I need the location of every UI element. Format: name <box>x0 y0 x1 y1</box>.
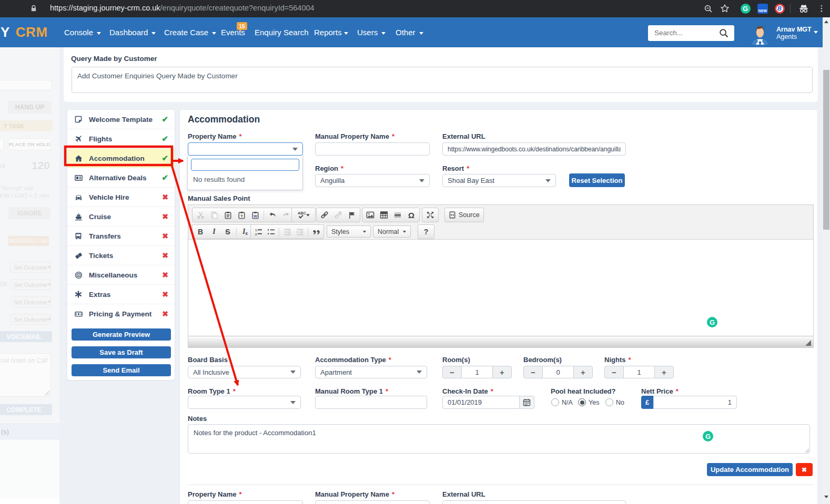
url-text[interactable]: https://staging.journey-crm.co.uk/enquir… <box>50 4 315 12</box>
red-extension-icon[interactable]: B <box>773 2 786 15</box>
radio-selected-icon[interactable] <box>578 398 586 406</box>
pool-heat-option-na[interactable]: N/A <box>551 398 573 406</box>
rooms-plus-button[interactable]: + <box>492 366 512 378</box>
unlink-icon[interactable] <box>331 209 345 221</box>
nights-plus-button[interactable]: + <box>654 366 674 378</box>
menu-item-accommodation[interactable]: Accommodation ✔ <box>67 149 175 168</box>
pool-heat-option-no[interactable]: No <box>605 398 624 406</box>
nav-console[interactable]: Console <box>64 17 101 47</box>
scrollbar-thumb[interactable] <box>823 70 829 230</box>
zoom-icon[interactable] <box>702 2 714 15</box>
bedrooms-plus-button[interactable]: + <box>573 366 593 378</box>
paste-word-icon[interactable]: W <box>248 209 262 221</box>
next-property-name-select[interactable] <box>188 500 303 504</box>
menu-item-pricing-payment[interactable]: Pricing & Payment ✖ <box>67 304 175 323</box>
blockquote-icon[interactable] <box>310 225 322 238</box>
menu-item-alternative-deals[interactable]: Alternative Deals ✔ <box>67 168 175 188</box>
menu-item-vehicle-hire[interactable]: Vehicle Hire ✖ <box>67 188 175 207</box>
nights-minus-button[interactable]: − <box>604 366 624 378</box>
nav-users[interactable]: Users <box>357 17 386 47</box>
room-type-select[interactable] <box>188 396 301 409</box>
dropdown-search-input[interactable] <box>191 159 299 171</box>
horizontal-rule-icon[interactable] <box>391 209 404 221</box>
menu-item-cruise[interactable]: Cruise ✖ <box>67 207 175 227</box>
rooms-minus-button[interactable]: − <box>442 366 462 378</box>
search-input[interactable] <box>653 25 714 40</box>
menu-item-extras[interactable]: Extras ✖ <box>67 285 175 304</box>
copy-icon[interactable] <box>207 209 221 221</box>
maximize-icon[interactable] <box>423 209 437 221</box>
outdent-icon[interactable] <box>281 225 293 238</box>
bullet-list-icon[interactable] <box>265 225 277 238</box>
nav-other[interactable]: Other <box>396 17 423 47</box>
menu-item-welcome-template[interactable]: Welcome Template ✔ <box>67 110 175 129</box>
editor-content[interactable]: G <box>188 240 813 336</box>
link-icon[interactable] <box>318 209 331 221</box>
manual-property-name-input[interactable] <box>315 142 430 156</box>
generate-preview-button[interactable]: Generate Preview <box>72 328 171 341</box>
editor-resize-icon[interactable] <box>805 340 811 346</box>
nav-create-case[interactable]: Create Case <box>164 17 216 47</box>
radio-icon[interactable] <box>551 398 559 406</box>
special-char-icon[interactable]: Ω <box>404 209 418 221</box>
accommodation-type-select[interactable]: Apartment <box>315 366 427 378</box>
app-logo[interactable]: YCRM <box>1 17 48 47</box>
region-select[interactable]: Anguilla <box>315 174 430 187</box>
reset-selection-button[interactable]: Reset Selection <box>569 173 625 187</box>
user-menu[interactable]: Arnav MGT Agents <box>776 26 812 40</box>
user-menu-caret-icon[interactable] <box>814 31 818 34</box>
italic-icon[interactable]: I <box>207 225 221 238</box>
paste-text-icon[interactable]: T <box>235 209 248 221</box>
new-extension-icon[interactable]: NEW <box>756 2 769 15</box>
grammarly-extension-icon[interactable]: G <box>739 2 752 15</box>
indent-icon[interactable] <box>293 225 306 238</box>
menu-item-flights[interactable]: Flights ✔ <box>67 129 175 149</box>
nav-dashboard[interactable]: Dashboard <box>109 17 156 47</box>
strikethrough-icon[interactable]: S <box>221 225 235 238</box>
next-manual-property-name-input[interactable] <box>315 500 430 504</box>
property-name-select[interactable] <box>188 142 303 156</box>
anchor-flag-icon[interactable] <box>345 209 359 221</box>
rooms-value[interactable]: 1 <box>462 366 492 378</box>
bedrooms-value[interactable]: 0 <box>543 366 573 378</box>
numbered-list-icon[interactable]: 12 <box>252 225 265 238</box>
update-accommodation-button[interactable]: Update Accommodation <box>707 463 793 476</box>
bookmark-star-icon[interactable] <box>718 2 731 15</box>
styles-combo[interactable]: Styles <box>327 225 371 238</box>
query-textarea[interactable]: Add Customer Enquiries Query Made by Cus… <box>72 67 813 93</box>
nav-enquiry-search[interactable]: Enquiry Search <box>255 17 309 47</box>
menu-item-miscellaneous[interactable]: Miscellaneous ✖ <box>67 265 175 285</box>
avatar[interactable] <box>751 25 769 45</box>
search-icon[interactable] <box>718 28 729 38</box>
bold-icon[interactable]: B <box>194 225 207 238</box>
browser-menu-icon[interactable]: ⋮ <box>815 2 828 15</box>
resort-select[interactable]: Shoal Bay East <box>442 174 556 187</box>
nav-reports[interactable]: Reports <box>314 17 348 47</box>
pool-heat-option-yes[interactable]: Yes <box>578 398 599 406</box>
cut-icon[interactable] <box>194 209 207 221</box>
spellcheck-icon[interactable]: ABC <box>293 209 314 221</box>
board-basis-select[interactable]: All Inclusive <box>188 366 301 378</box>
nights-value[interactable]: 1 <box>624 366 654 378</box>
remove-product-button[interactable]: ✖ <box>796 463 813 476</box>
scroll-down-icon[interactable] <box>824 496 828 498</box>
menu-item-tickets[interactable]: Tickets ✖ <box>67 246 175 265</box>
calendar-button[interactable] <box>520 396 534 409</box>
scroll-up-icon[interactable] <box>824 20 828 23</box>
external-url-input[interactable]: https://www.wingedboots.co.uk/destinatio… <box>442 142 626 156</box>
radio-icon[interactable] <box>605 398 613 406</box>
format-combo[interactable]: Normal <box>373 225 411 238</box>
manual-room-type-input[interactable] <box>315 396 427 409</box>
table-icon[interactable] <box>377 209 391 221</box>
menu-item-transfers[interactable]: Transfers ✖ <box>67 227 175 246</box>
bedrooms-minus-button[interactable]: − <box>523 366 543 378</box>
source-button[interactable]: Source <box>444 208 484 222</box>
paste-icon[interactable] <box>221 209 235 221</box>
undo-icon[interactable] <box>266 209 279 221</box>
image-icon[interactable] <box>363 209 377 221</box>
send-email-button[interactable]: Send Email <box>72 364 171 376</box>
help-icon[interactable]: ? <box>419 225 433 238</box>
save-as-draft-button[interactable]: Save as Draft <box>72 346 171 358</box>
check-in-date-input[interactable]: 01/01/2019 <box>442 396 520 409</box>
nett-price-input[interactable]: 1 <box>653 396 737 409</box>
